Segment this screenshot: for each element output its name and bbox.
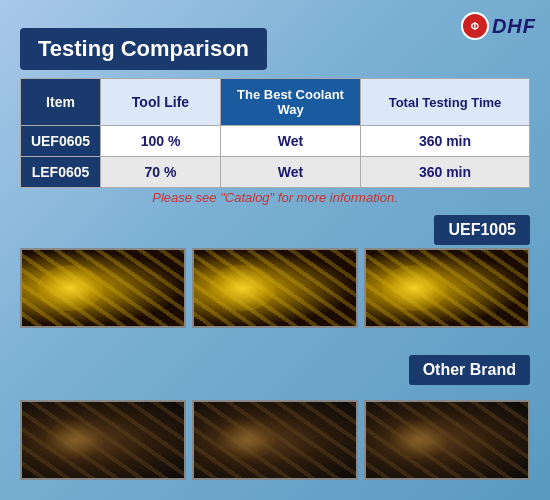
row2-toollife: 70 % bbox=[101, 157, 221, 188]
uef-image-3 bbox=[364, 248, 530, 328]
logo-icon: Φ bbox=[461, 12, 489, 40]
col-header-item: Item bbox=[21, 79, 101, 126]
table-row: UEF0605 100 % Wet 360 min bbox=[21, 126, 530, 157]
other-image-3 bbox=[364, 400, 530, 480]
row1-coolant: Wet bbox=[221, 126, 361, 157]
row2-coolant: Wet bbox=[221, 157, 361, 188]
catalog-note: Please see "Catalog" for more informatio… bbox=[20, 190, 530, 205]
uef1005-label: UEF1005 bbox=[434, 215, 530, 245]
uef-image-1 bbox=[20, 248, 186, 328]
logo-text: DHF bbox=[492, 15, 536, 38]
row2-item: LEF0605 bbox=[21, 157, 101, 188]
row1-toollife: 100 % bbox=[101, 126, 221, 157]
page-title: Testing Comparison bbox=[20, 28, 267, 70]
uef-image-strip bbox=[20, 248, 530, 328]
other-brand-image-strip bbox=[20, 400, 530, 480]
other-image-2 bbox=[192, 400, 358, 480]
uef-image-2 bbox=[192, 248, 358, 328]
comparison-table: Item Tool Life The Best Coolant Way Tota… bbox=[20, 78, 530, 188]
other-image-1 bbox=[20, 400, 186, 480]
col-header-coolant: The Best Coolant Way bbox=[221, 79, 361, 126]
col-header-toollife: Tool Life bbox=[101, 79, 221, 126]
col-header-testing: Total Testing Time bbox=[361, 79, 530, 126]
logo: Φ DHF bbox=[461, 12, 536, 40]
row2-testing: 360 min bbox=[361, 157, 530, 188]
other-brand-label: Other Brand bbox=[409, 355, 530, 385]
row1-testing: 360 min bbox=[361, 126, 530, 157]
table-row: LEF0605 70 % Wet 360 min bbox=[21, 157, 530, 188]
row1-item: UEF0605 bbox=[21, 126, 101, 157]
